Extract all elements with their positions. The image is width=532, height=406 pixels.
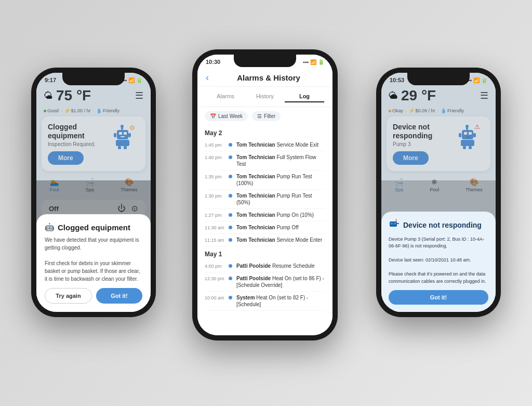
- robot-clogged-icon: ⚙: [111, 123, 139, 151]
- right-pill-2: ⚡ $0.09 / hr: [409, 108, 435, 113]
- center-phone-screen: 10:30 ▪▪▪ 📶 🔋 ‹ Alarms & History Alarms …: [197, 55, 332, 335]
- right-more-button[interactable]: More: [393, 151, 429, 165]
- right-pill-3: 💧 Friendly: [441, 108, 464, 113]
- right-menu-icon[interactable]: ☰: [480, 90, 488, 101]
- left-pill-icon-3: 💧: [96, 108, 102, 113]
- center-phone: 10:30 ▪▪▪ 📶 🔋 ‹ Alarms & History Alarms …: [192, 49, 338, 340]
- right-pill-label-3: Friendly: [447, 108, 464, 113]
- filter-btn-label: Filter: [264, 113, 275, 119]
- left-home-header: 🌤 75 °F ☰: [36, 85, 151, 108]
- right-temp-display: 🌥 29 °F: [389, 87, 436, 104]
- left-pill-icon-2: ⚡: [64, 108, 70, 113]
- center-title: Alarms & History: [213, 73, 324, 82]
- left-got-it-button[interactable]: Got it!: [96, 288, 142, 304]
- right-alert-card: Device not responding Pump 3 More: [387, 116, 490, 171]
- right-modal-card: ! Device not responding Device Pump 3 (S…: [381, 212, 496, 312]
- log-entry-7: 4:00 pm Patti Poolside Resume Schedule: [205, 260, 325, 272]
- center-battery-icon: 🔋: [318, 59, 324, 65]
- log-entry-1: 1:40 pm Tom Technician Full System Flow …: [205, 151, 325, 171]
- log-time-6: 11:15 am: [205, 237, 224, 243]
- robot-error-icon: ⚠: [456, 123, 484, 151]
- right-got-it-button[interactable]: Got it!: [389, 290, 488, 305]
- svg-text:⚠: ⚠: [474, 123, 480, 130]
- svg-point-22: [466, 125, 469, 128]
- try-again-button[interactable]: Try again: [45, 288, 92, 304]
- tab-alarms[interactable]: Alarms: [206, 91, 245, 102]
- log-entry-3: 1:30 pm Tom Technician Pump Run Test (50…: [205, 190, 325, 209]
- svg-rect-15: [466, 137, 469, 138]
- wifi-icon: 📶: [128, 77, 135, 83]
- weather-icon: 🌤: [44, 90, 53, 101]
- right-weather-icon: 🌥: [389, 90, 398, 101]
- log-dot-8: [229, 277, 232, 280]
- log-entry-2: 1:35 pm Tom Technician Pump Run Test (10…: [205, 171, 325, 190]
- svg-rect-26: [394, 222, 396, 225]
- center-status-icons: ▪▪▪ 📶 🔋: [303, 59, 324, 65]
- log-text-1: Tom Technician Full System Flow Test: [236, 154, 325, 167]
- log-time-2: 1:35 pm: [205, 173, 224, 179]
- log-date-may1: May 1: [205, 246, 325, 260]
- svg-text:⚙: ⚙: [129, 124, 135, 132]
- svg-rect-1: [119, 132, 122, 135]
- left-alert-illustration: ⚙: [111, 123, 139, 155]
- log-time-5: 11:30 am: [205, 224, 224, 230]
- right-pill-label-2: $0.09 / hr: [416, 108, 435, 113]
- left-modal-body-1: We have detected that your equipment is …: [45, 236, 142, 252]
- center-app-screen: 10:30 ▪▪▪ 📶 🔋 ‹ Alarms & History Alarms …: [197, 55, 332, 335]
- svg-rect-5: [114, 133, 116, 137]
- left-modal-title: 🤖 Clogged equipment: [45, 222, 142, 232]
- svg-rect-19: [463, 146, 466, 149]
- log-dot-1: [229, 155, 232, 159]
- left-modal-card: 🤖 Clogged equipment We have detected tha…: [36, 214, 151, 312]
- back-button[interactable]: ‹: [206, 72, 209, 83]
- left-menu-icon[interactable]: ☰: [135, 90, 143, 101]
- right-pill-1: Okay: [389, 108, 403, 113]
- battery-icon: 🔋: [136, 77, 142, 83]
- log-time-0: 1:45 pm: [205, 141, 224, 148]
- log-text-5: Tom Technician Pump Off: [236, 224, 298, 231]
- left-temp-display: 🌤 75 °F: [44, 87, 91, 104]
- log-time-7: 4:00 pm: [205, 263, 224, 269]
- right-modal-body: Device Pump 3 (Serial port: 2, Bus ID : …: [389, 236, 488, 285]
- left-modal-body: We have detected that your equipment is …: [45, 236, 142, 283]
- svg-rect-0: [117, 130, 128, 139]
- filter-button[interactable]: ☰ Filter: [252, 111, 281, 121]
- log-dot-3: [229, 194, 232, 198]
- left-pill-label-1: Good: [47, 108, 59, 113]
- log-dot-4: [229, 213, 232, 217]
- log-entry-6: 11:15 am Tom Technician Service Mode Ent…: [205, 234, 325, 246]
- left-pill-2: ⚡ $1.00 / hr: [64, 108, 91, 113]
- svg-rect-8: [124, 146, 127, 149]
- center-header: ‹ Alarms & History: [197, 67, 332, 87]
- svg-rect-17: [459, 133, 461, 137]
- left-alert-card-text: Clogged equipment Inspection Required. M…: [48, 123, 111, 165]
- log-text-4: Tom Technician Pump On (10%): [236, 212, 314, 218]
- left-pill-3: 💧 Friendly: [96, 108, 119, 113]
- log-entry-9: 10:00 am System Heat On (set to 82 F) - …: [205, 292, 325, 311]
- last-week-filter[interactable]: 📅 Last Week: [205, 111, 248, 121]
- left-temp-value: 75 °F: [56, 87, 91, 104]
- log-text-7: Patti Poolside Resume Schedule: [236, 263, 315, 269]
- svg-rect-16: [461, 140, 474, 146]
- log-text-3: Tom Technician Pump Run Test (50%): [236, 192, 325, 206]
- filter-icon: ☰: [257, 113, 262, 119]
- log-entry-0: 1:45 pm Tom Technician Service Mode Exit: [205, 139, 325, 151]
- svg-rect-20: [469, 146, 472, 149]
- right-modal-title: ! Device not responding: [389, 219, 488, 232]
- center-signal-icon: ▪▪▪: [303, 59, 309, 65]
- log-text-9: System Heat On (set to 82 F) - [Schedule…: [236, 294, 325, 308]
- right-phone-screen: 10:53 ▪▪▪ 📶 🔋 🌥 29 °F ☰ Okay: [381, 73, 496, 312]
- log-text-2: Tom Technician Pump Run Test (100%): [236, 173, 325, 187]
- right-app-screen: 10:53 ▪▪▪ 📶 🔋 🌥 29 °F ☰ Okay: [381, 73, 496, 312]
- log-dot-5: [229, 226, 232, 229]
- tab-log[interactable]: Log: [285, 91, 324, 102]
- log-dot-7: [229, 264, 232, 268]
- log-entry-4: 1:27 pm Tom Technician Pump On (10%): [205, 209, 325, 221]
- right-phone: 10:53 ▪▪▪ 📶 🔋 🌥 29 °F ☰ Okay: [376, 68, 501, 317]
- right-notch: [407, 73, 470, 85]
- left-pill-label-2: $1.00 / hr: [71, 108, 91, 113]
- center-wifi-icon: 📶: [310, 59, 316, 65]
- log-date-may2: May 2: [205, 125, 325, 139]
- tab-history[interactable]: History: [245, 91, 285, 102]
- left-more-button[interactable]: More: [48, 151, 84, 165]
